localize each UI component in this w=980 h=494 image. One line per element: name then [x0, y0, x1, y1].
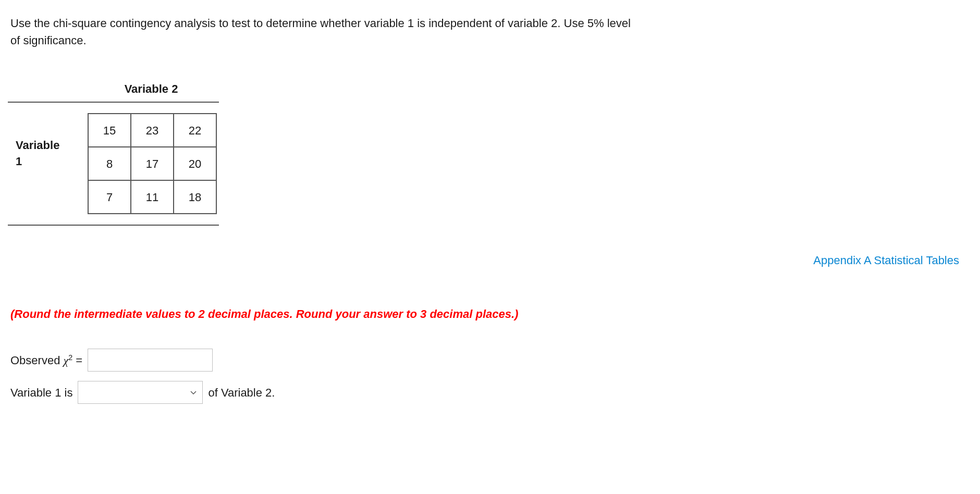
- table-top-rule: [8, 102, 219, 103]
- table-cell: 15: [88, 114, 131, 147]
- contingency-table: 15 23 22 8 17 20 7 11 18: [88, 113, 217, 214]
- variable-1-label-line2: 1: [16, 153, 83, 170]
- chi-superscript: 2: [68, 353, 72, 361]
- table-cell: 22: [174, 114, 216, 147]
- table-cell: 8: [88, 147, 131, 180]
- equals-text: =: [72, 354, 82, 367]
- table-cell: 18: [174, 180, 216, 214]
- table-row: 15 23 22: [88, 114, 216, 147]
- table-cell: 7: [88, 180, 131, 214]
- table-cell: 11: [131, 180, 174, 214]
- appendix-link-container: Appendix A Statistical Tables: [10, 252, 970, 269]
- of-variable-2-label: of Variable 2.: [208, 384, 275, 401]
- rounding-instruction: (Round the intermediate values to 2 deci…: [10, 305, 970, 323]
- variable-1-label: Variable 1: [16, 137, 83, 170]
- observed-chi-square-row: Observed χ2 =: [10, 349, 970, 372]
- chi-symbol: χ: [64, 354, 69, 367]
- table-cell: 17: [131, 147, 174, 180]
- table-row: 8 17 20: [88, 147, 216, 180]
- table-cell: 20: [174, 147, 216, 180]
- observed-prefix: Observed: [10, 354, 64, 367]
- question-text: Use the chi-square contingency analysis …: [10, 15, 636, 49]
- variable-relationship-row: Variable 1 is of Variable 2.: [10, 381, 970, 404]
- appendix-statistical-tables-link[interactable]: Appendix A Statistical Tables: [813, 254, 959, 267]
- contingency-table-wrapper: Variable 1 Variable 2 15 23 22 8 17 20 7…: [16, 80, 970, 226]
- table-row: 7 11 18: [88, 180, 216, 214]
- observed-chi-label: Observed χ2 =: [10, 352, 82, 369]
- variable-1-is-label: Variable 1 is: [10, 384, 72, 401]
- variable-1-label-line1: Variable: [16, 137, 83, 154]
- observed-chi-square-input[interactable]: [88, 349, 213, 372]
- table-bottom-rule: [8, 225, 219, 226]
- variable-2-label: Variable 2: [86, 80, 216, 97]
- independence-dropdown[interactable]: [78, 381, 203, 404]
- table-cell: 23: [131, 114, 174, 147]
